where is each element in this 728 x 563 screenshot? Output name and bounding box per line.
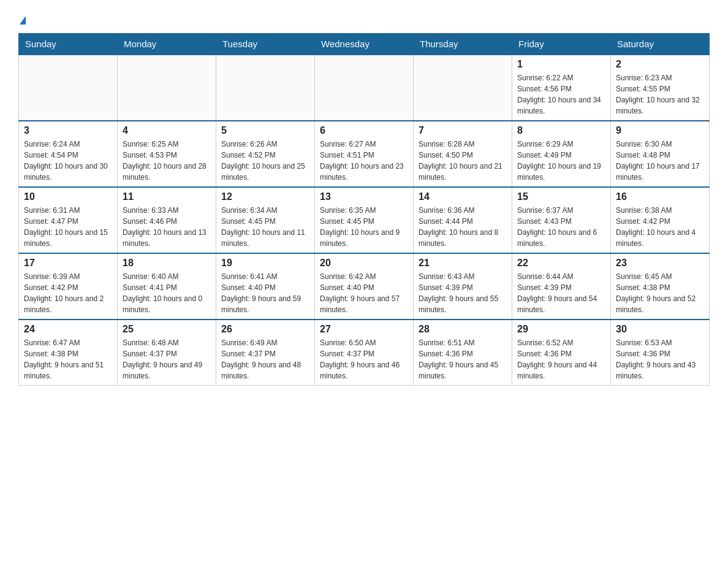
day-number: 16 (616, 191, 704, 202)
week-row-3: 10Sunrise: 6:31 AM Sunset: 4:47 PM Dayli… (19, 187, 710, 253)
logo (18, 12, 26, 27)
weekday-header-monday: Monday (118, 34, 216, 55)
day-info: Sunrise: 6:47 AM Sunset: 4:38 PM Dayligh… (24, 337, 112, 381)
calendar-cell: 26Sunrise: 6:49 AM Sunset: 4:37 PM Dayli… (216, 320, 315, 386)
day-number: 9 (616, 125, 704, 136)
calendar-cell: 18Sunrise: 6:40 AM Sunset: 4:41 PM Dayli… (118, 253, 216, 320)
day-info: Sunrise: 6:29 AM Sunset: 4:49 PM Dayligh… (517, 139, 605, 183)
calendar-cell: 6Sunrise: 6:27 AM Sunset: 4:51 PM Daylig… (315, 121, 414, 187)
calendar-cell: 22Sunrise: 6:44 AM Sunset: 4:39 PM Dayli… (512, 253, 611, 320)
day-number: 25 (123, 324, 211, 335)
day-number: 29 (517, 324, 605, 335)
weekday-header-row: SundayMondayTuesdayWednesdayThursdayFrid… (19, 34, 710, 55)
day-info: Sunrise: 6:38 AM Sunset: 4:42 PM Dayligh… (616, 205, 704, 249)
day-number: 3 (24, 125, 112, 136)
calendar-cell: 8Sunrise: 6:29 AM Sunset: 4:49 PM Daylig… (512, 121, 611, 187)
day-info: Sunrise: 6:49 AM Sunset: 4:37 PM Dayligh… (221, 337, 309, 381)
day-number: 22 (517, 258, 605, 269)
calendar-cell (216, 55, 315, 121)
day-info: Sunrise: 6:34 AM Sunset: 4:45 PM Dayligh… (221, 205, 309, 249)
day-info: Sunrise: 6:36 AM Sunset: 4:44 PM Dayligh… (419, 205, 507, 249)
calendar-cell: 4Sunrise: 6:25 AM Sunset: 4:53 PM Daylig… (118, 121, 216, 187)
day-number: 13 (320, 191, 408, 202)
day-info: Sunrise: 6:43 AM Sunset: 4:39 PM Dayligh… (419, 271, 507, 315)
calendar-cell: 2Sunrise: 6:23 AM Sunset: 4:55 PM Daylig… (611, 55, 710, 121)
calendar-cell: 16Sunrise: 6:38 AM Sunset: 4:42 PM Dayli… (611, 187, 710, 253)
calendar-cell: 11Sunrise: 6:33 AM Sunset: 4:46 PM Dayli… (118, 187, 216, 253)
day-number: 12 (221, 191, 309, 202)
day-number: 28 (419, 324, 507, 335)
day-info: Sunrise: 6:50 AM Sunset: 4:37 PM Dayligh… (320, 337, 408, 381)
day-number: 7 (419, 125, 507, 136)
day-info: Sunrise: 6:40 AM Sunset: 4:41 PM Dayligh… (123, 271, 211, 315)
day-number: 30 (616, 324, 704, 335)
calendar-cell: 5Sunrise: 6:26 AM Sunset: 4:52 PM Daylig… (216, 121, 315, 187)
calendar-cell: 10Sunrise: 6:31 AM Sunset: 4:47 PM Dayli… (19, 187, 118, 253)
day-info: Sunrise: 6:28 AM Sunset: 4:50 PM Dayligh… (419, 139, 507, 183)
day-info: Sunrise: 6:41 AM Sunset: 4:40 PM Dayligh… (221, 271, 309, 315)
calendar-cell (118, 55, 216, 121)
day-info: Sunrise: 6:52 AM Sunset: 4:36 PM Dayligh… (517, 337, 605, 381)
day-number: 21 (419, 258, 507, 269)
day-info: Sunrise: 6:39 AM Sunset: 4:42 PM Dayligh… (24, 271, 112, 315)
day-info: Sunrise: 6:31 AM Sunset: 4:47 PM Dayligh… (24, 205, 112, 249)
calendar-table: SundayMondayTuesdayWednesdayThursdayFrid… (18, 33, 710, 386)
calendar-cell: 19Sunrise: 6:41 AM Sunset: 4:40 PM Dayli… (216, 253, 315, 320)
day-number: 17 (24, 258, 112, 269)
weekday-header-friday: Friday (512, 34, 611, 55)
day-info: Sunrise: 6:22 AM Sunset: 4:56 PM Dayligh… (517, 72, 605, 117)
calendar-cell (414, 55, 512, 121)
day-info: Sunrise: 6:33 AM Sunset: 4:46 PM Dayligh… (123, 205, 211, 249)
calendar-cell: 1Sunrise: 6:22 AM Sunset: 4:56 PM Daylig… (512, 55, 611, 121)
day-number: 27 (320, 324, 408, 335)
week-row-5: 24Sunrise: 6:47 AM Sunset: 4:38 PM Dayli… (19, 320, 710, 386)
day-info: Sunrise: 6:42 AM Sunset: 4:40 PM Dayligh… (320, 271, 408, 315)
weekday-header-saturday: Saturday (611, 34, 710, 55)
calendar-cell: 30Sunrise: 6:53 AM Sunset: 4:36 PM Dayli… (611, 320, 710, 386)
week-row-1: 1Sunrise: 6:22 AM Sunset: 4:56 PM Daylig… (19, 55, 710, 121)
calendar-cell: 28Sunrise: 6:51 AM Sunset: 4:36 PM Dayli… (414, 320, 512, 386)
day-info: Sunrise: 6:25 AM Sunset: 4:53 PM Dayligh… (123, 139, 211, 183)
calendar-cell: 21Sunrise: 6:43 AM Sunset: 4:39 PM Dayli… (414, 253, 512, 320)
calendar-cell: 24Sunrise: 6:47 AM Sunset: 4:38 PM Dayli… (19, 320, 118, 386)
day-info: Sunrise: 6:53 AM Sunset: 4:36 PM Dayligh… (616, 337, 704, 381)
weekday-header-wednesday: Wednesday (315, 34, 414, 55)
weekday-header-tuesday: Tuesday (216, 34, 315, 55)
calendar-cell: 27Sunrise: 6:50 AM Sunset: 4:37 PM Dayli… (315, 320, 414, 386)
day-info: Sunrise: 6:37 AM Sunset: 4:43 PM Dayligh… (517, 205, 605, 249)
calendar-cell: 20Sunrise: 6:42 AM Sunset: 4:40 PM Dayli… (315, 253, 414, 320)
day-number: 19 (221, 258, 309, 269)
calendar-cell: 29Sunrise: 6:52 AM Sunset: 4:36 PM Dayli… (512, 320, 611, 386)
day-number: 15 (517, 191, 605, 202)
page-header (18, 12, 710, 27)
day-info: Sunrise: 6:24 AM Sunset: 4:54 PM Dayligh… (24, 139, 112, 183)
day-info: Sunrise: 6:45 AM Sunset: 4:38 PM Dayligh… (616, 271, 704, 315)
calendar-cell: 14Sunrise: 6:36 AM Sunset: 4:44 PM Dayli… (414, 187, 512, 253)
day-number: 24 (24, 324, 112, 335)
weekday-header-sunday: Sunday (19, 34, 118, 55)
day-info: Sunrise: 6:35 AM Sunset: 4:45 PM Dayligh… (320, 205, 408, 249)
calendar-cell: 7Sunrise: 6:28 AM Sunset: 4:50 PM Daylig… (414, 121, 512, 187)
day-number: 23 (616, 258, 704, 269)
week-row-4: 17Sunrise: 6:39 AM Sunset: 4:42 PM Dayli… (19, 253, 710, 320)
day-number: 8 (517, 125, 605, 136)
day-info: Sunrise: 6:26 AM Sunset: 4:52 PM Dayligh… (221, 139, 309, 183)
day-number: 1 (517, 59, 605, 70)
calendar-cell: 25Sunrise: 6:48 AM Sunset: 4:37 PM Dayli… (118, 320, 216, 386)
day-number: 2 (616, 59, 704, 70)
day-number: 11 (123, 191, 211, 202)
day-info: Sunrise: 6:30 AM Sunset: 4:48 PM Dayligh… (616, 139, 704, 183)
calendar-cell: 12Sunrise: 6:34 AM Sunset: 4:45 PM Dayli… (216, 187, 315, 253)
calendar-cell: 23Sunrise: 6:45 AM Sunset: 4:38 PM Dayli… (611, 253, 710, 320)
day-info: Sunrise: 6:51 AM Sunset: 4:36 PM Dayligh… (419, 337, 507, 381)
day-number: 18 (123, 258, 211, 269)
day-info: Sunrise: 6:44 AM Sunset: 4:39 PM Dayligh… (517, 271, 605, 315)
day-number: 6 (320, 125, 408, 136)
day-info: Sunrise: 6:48 AM Sunset: 4:37 PM Dayligh… (123, 337, 211, 381)
calendar-cell: 3Sunrise: 6:24 AM Sunset: 4:54 PM Daylig… (19, 121, 118, 187)
calendar-cell (315, 55, 414, 121)
day-info: Sunrise: 6:23 AM Sunset: 4:55 PM Dayligh… (616, 72, 704, 117)
day-number: 5 (221, 125, 309, 136)
calendar-cell: 9Sunrise: 6:30 AM Sunset: 4:48 PM Daylig… (611, 121, 710, 187)
weekday-header-thursday: Thursday (414, 34, 512, 55)
